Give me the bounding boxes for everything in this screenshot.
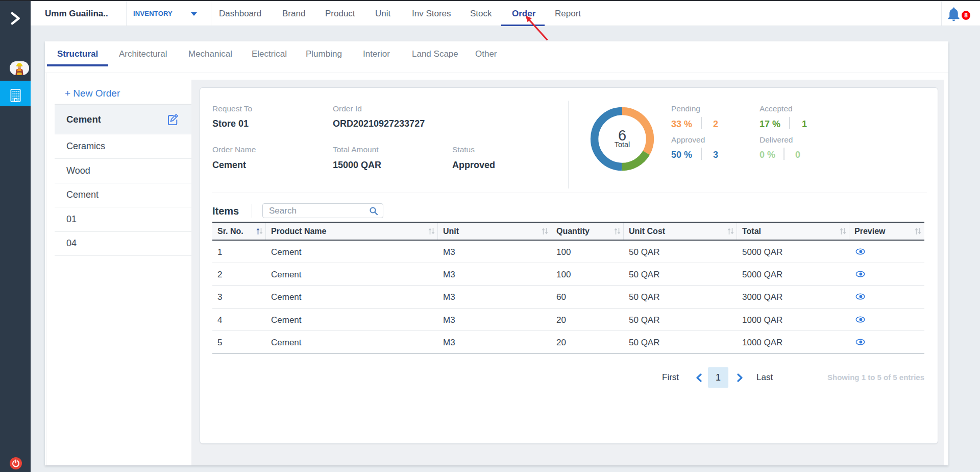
svg-text:Total: Total (615, 140, 630, 149)
